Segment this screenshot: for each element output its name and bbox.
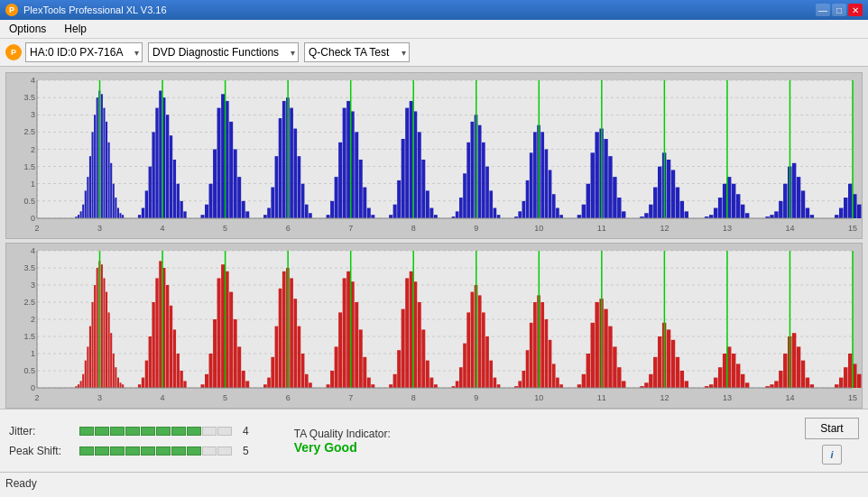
- drive-icon: P: [5, 44, 22, 60]
- chart-top: [5, 72, 863, 239]
- jitter-label: Jitter:: [9, 425, 72, 437]
- function-select-wrapper[interactable]: DVD Diagnostic Functions: [148, 42, 299, 62]
- ta-quality-area: TA Quality Indicator: Very Good: [294, 428, 391, 455]
- menu-help[interactable]: Help: [60, 22, 90, 36]
- start-btn-area: Start i: [805, 418, 859, 465]
- drive-select-area: P HA:0 ID:0 PX-716A: [5, 42, 143, 62]
- drive-select[interactable]: HA:0 ID:0 PX-716A: [25, 42, 143, 62]
- title-bar: P PlexTools Professional XL V3.16 — □ ✕: [0, 0, 868, 20]
- peak-shift-meter: [79, 446, 232, 456]
- chart1-canvas: [6, 73, 862, 238]
- start-button[interactable]: Start: [805, 418, 859, 439]
- maximize-button[interactable]: □: [832, 4, 846, 16]
- info-button[interactable]: i: [822, 445, 842, 465]
- test-select-wrapper[interactable]: Q-Check TA Test: [304, 42, 410, 62]
- chart-bottom: [5, 243, 863, 409]
- peak-shift-label: Peak Shift:: [9, 445, 72, 457]
- app-icon: P: [5, 4, 18, 16]
- window-title: PlexTools Professional XL V3.16: [23, 5, 167, 15]
- bottom-panel: Jitter: 4 Peak Shift: 5 TA Quality Indic…: [0, 409, 868, 472]
- menu-options[interactable]: Options: [5, 22, 50, 36]
- close-button[interactable]: ✕: [848, 4, 863, 16]
- status-text: Ready: [5, 477, 37, 490]
- jitter-row: Jitter: 4: [9, 425, 249, 437]
- title-bar-left: P PlexTools Professional XL V3.16: [5, 4, 167, 16]
- menu-bar: Options Help: [0, 20, 868, 39]
- toolbar: P HA:0 ID:0 PX-716A DVD Diagnostic Funct…: [0, 39, 868, 67]
- title-bar-controls: — □ ✕: [816, 4, 863, 16]
- peak-shift-row: Peak Shift: 5: [9, 445, 249, 457]
- ta-quality-value: Very Good: [294, 440, 391, 455]
- peak-shift-value: 5: [243, 445, 249, 457]
- ta-quality-label: TA Quality Indicator:: [294, 428, 391, 440]
- drive-select-wrapper[interactable]: HA:0 ID:0 PX-716A: [25, 42, 143, 62]
- status-bar: Ready: [0, 472, 868, 493]
- test-select[interactable]: Q-Check TA Test: [304, 42, 410, 62]
- metrics-area: Jitter: 4 Peak Shift: 5: [9, 425, 249, 457]
- minimize-button[interactable]: —: [816, 4, 830, 16]
- chart2-canvas: [6, 244, 862, 408]
- function-select[interactable]: DVD Diagnostic Functions: [148, 42, 299, 62]
- jitter-value: 4: [243, 425, 249, 437]
- jitter-meter: [79, 427, 232, 436]
